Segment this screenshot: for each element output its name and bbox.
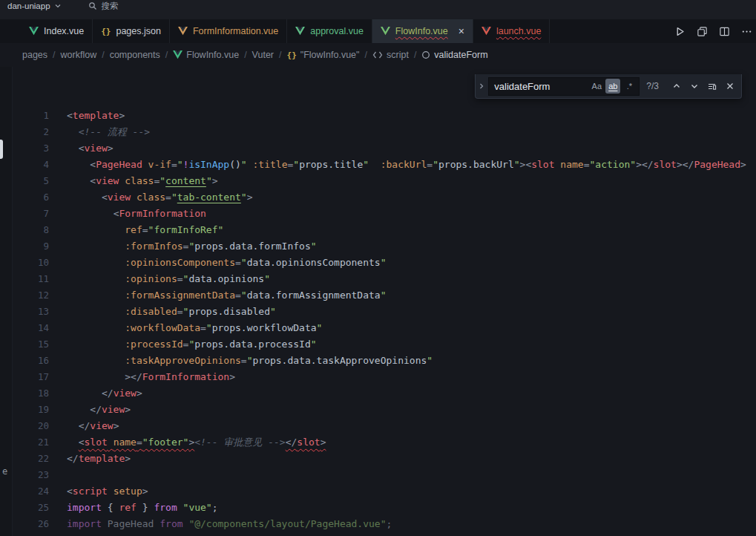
line-number[interactable]: 24: [13, 483, 49, 500]
find-input[interactable]: [494, 81, 588, 92]
line-number[interactable]: 5: [13, 173, 49, 189]
breadcrumb-item-pages[interactable]: pages: [22, 50, 47, 60]
find-expand-toggle[interactable]: [476, 74, 487, 98]
code-line[interactable]: <view class="tab-content">: [67, 189, 756, 206]
tab-forminformation-vue[interactable]: FormInformation.vue: [170, 19, 287, 43]
code-line[interactable]: :formInfos="props.data.formInfos": [67, 238, 756, 255]
find-next-button[interactable]: [686, 79, 702, 94]
line-number[interactable]: 21: [13, 434, 49, 451]
code-token: ></: [677, 159, 694, 170]
code-line[interactable]: <template>: [67, 108, 756, 124]
code-token: </: [90, 404, 102, 415]
code-line[interactable]: </template>: [67, 451, 756, 467]
close-find-button[interactable]: [722, 79, 737, 94]
breadcrumb-item-script[interactable]: script: [372, 50, 409, 60]
line-number[interactable]: 3: [13, 140, 49, 157]
line-number[interactable]: 18: [13, 385, 49, 402]
line-number[interactable]: 19: [13, 402, 49, 418]
code-token: view: [96, 175, 119, 186]
tab-flowinfo-vue[interactable]: FlowInfo.vue×: [372, 19, 473, 43]
line-number[interactable]: 12: [13, 287, 49, 304]
line-number[interactable]: 13: [13, 304, 49, 320]
code-lines[interactable]: <template> <!-- 流程 --> <view> <PageHead …: [49, 67, 756, 536]
code-line[interactable]: [67, 467, 756, 483]
code-token: [67, 306, 125, 317]
tab-pages-json[interactable]: {}pages.json: [93, 19, 170, 43]
line-number[interactable]: 1: [13, 108, 49, 124]
code-line[interactable]: </view>: [67, 402, 756, 418]
code-line[interactable]: :formAssignmentData="data.formAssignment…: [67, 287, 756, 304]
line-number[interactable]: 2: [13, 124, 49, 140]
code-token: name: [560, 159, 583, 170]
breadcrumb-separator: /: [365, 50, 367, 60]
code-line[interactable]: <slot name="footer"><!-- 审批意见 --></slot>: [67, 434, 756, 451]
line-number[interactable]: 25: [13, 500, 49, 516]
code-line[interactable]: </view>: [67, 385, 756, 402]
vue-icon: [381, 27, 390, 36]
run-button[interactable]: [674, 26, 686, 37]
code-line[interactable]: <script setup>: [67, 483, 756, 500]
code-line[interactable]: :processId="props.data.processId": [67, 336, 756, 353]
breadcrumb-label: components: [110, 50, 160, 60]
code-line[interactable]: :opinions="data.opinions": [67, 271, 756, 287]
code-line[interactable]: ref="formInfoRef": [67, 222, 756, 238]
code-line[interactable]: </view>: [67, 418, 756, 434]
code-token: =: [177, 273, 183, 284]
tab-bar: Index.vue{}pages.jsonFormInformation.vue…: [0, 19, 756, 43]
close-tab-icon[interactable]: ×: [458, 26, 464, 36]
chevron-down-icon: [54, 2, 62, 10]
tab-approval-vue[interactable]: approval.vue: [287, 19, 372, 43]
line-number[interactable]: 9: [13, 238, 49, 255]
breadcrumb-item-vuter[interactable]: Vuter: [252, 50, 274, 60]
line-number[interactable]: 20: [13, 418, 49, 434]
find-previous-button[interactable]: [668, 79, 684, 94]
workspace-menu[interactable]: dan-uniapp: [7, 1, 62, 10]
line-number[interactable]: 10: [13, 255, 49, 271]
regex-toggle[interactable]: .*: [622, 79, 637, 94]
code-token: ": [241, 192, 247, 203]
line-number[interactable]: 6: [13, 189, 49, 206]
breadcrumb-item-validateform[interactable]: validateForm: [421, 50, 487, 60]
code-line[interactable]: :opinionsComponents="data.opinionsCompon…: [67, 255, 756, 271]
split-editor-button[interactable]: [719, 26, 730, 37]
gutter: 1234567891011121314151617181920212223242…: [13, 67, 49, 536]
command-center-search[interactable]: 搜索: [88, 1, 119, 12]
line-number[interactable]: 22: [13, 451, 49, 467]
tab-launch-vue[interactable]: launch.vue: [473, 19, 550, 43]
code-line[interactable]: <PageHead v-if="!isInApp()" :title="prop…: [67, 157, 756, 173]
code-line[interactable]: import PageHead from "@/components/layou…: [67, 516, 756, 532]
breadcrumb-item-flowinfo-vue[interactable]: FlowInfo.vue: [173, 50, 239, 60]
code-token: [369, 159, 381, 170]
code-line[interactable]: import { ref } from "vue";: [67, 500, 756, 516]
line-number[interactable]: 4: [13, 157, 49, 173]
match-case-toggle[interactable]: Aa: [589, 79, 604, 94]
line-number[interactable]: 17: [13, 369, 49, 385]
code-line[interactable]: ></FormInformation>: [67, 369, 756, 385]
breadcrumb-item-workflow[interactable]: workflow: [61, 50, 97, 60]
code-line[interactable]: <!-- 流程 -->: [67, 124, 756, 140]
code-token: name: [114, 437, 137, 448]
line-number[interactable]: 26: [13, 516, 49, 532]
whole-word-toggle[interactable]: ab: [605, 79, 620, 94]
find-in-selection-button[interactable]: [704, 79, 720, 94]
code-line[interactable]: :workflowData="props.workflowData": [67, 320, 756, 336]
code-line[interactable]: <view class="content">: [67, 173, 756, 189]
line-number[interactable]: 8: [13, 222, 49, 238]
code-line[interactable]: :taskApproveOpinions="props.data.taskApp…: [67, 353, 756, 369]
line-number[interactable]: 16: [13, 353, 49, 369]
breadcrumb-item-flowinfo-vue[interactable]: {}"FlowInfo.vue": [287, 50, 360, 60]
line-number[interactable]: 14: [13, 320, 49, 336]
breadcrumb-item-components[interactable]: components: [110, 50, 160, 60]
code-token: ;: [212, 502, 218, 513]
code-line[interactable]: <view>: [67, 140, 756, 157]
line-number[interactable]: 15: [13, 336, 49, 353]
code-line[interactable]: :disabled="props.disabled": [67, 304, 756, 320]
clipped-sidebar-text: e: [2, 466, 7, 477]
run-or-debug-button[interactable]: [697, 26, 708, 37]
line-number[interactable]: 23: [13, 467, 49, 483]
line-number[interactable]: 11: [13, 271, 49, 287]
tab-index-vue[interactable]: Index.vue: [21, 19, 93, 43]
line-number[interactable]: 7: [13, 206, 49, 222]
more-actions-button[interactable]: [741, 26, 752, 37]
code-line[interactable]: <FormInformation: [67, 206, 756, 222]
